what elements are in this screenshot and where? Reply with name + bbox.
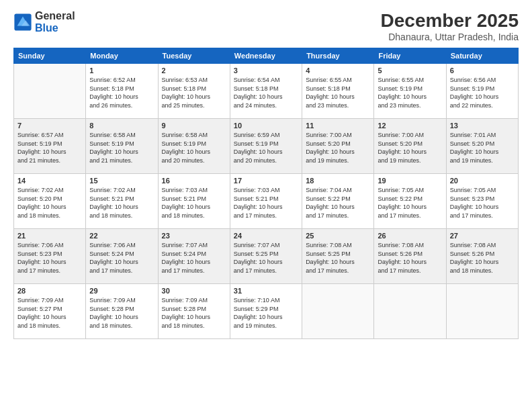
month-title: December 2025 — [381, 10, 519, 32]
table-row: 26Sunrise: 7:08 AM Sunset: 5:26 PM Dayli… — [374, 229, 446, 284]
col-thursday: Thursday — [302, 48, 374, 64]
title-section: December 2025 Dhanaura, Uttar Pradesh, I… — [381, 10, 519, 42]
day-info: Sunrise: 7:07 AM Sunset: 5:24 PM Dayligh… — [162, 241, 226, 275]
day-number: 14 — [17, 177, 82, 185]
day-number: 21 — [17, 232, 82, 240]
location-subtitle: Dhanaura, Uttar Pradesh, India — [381, 32, 519, 42]
table-row — [374, 284, 446, 339]
table-row: 19Sunrise: 7:05 AM Sunset: 5:22 PM Dayli… — [374, 174, 446, 229]
table-row: 27Sunrise: 7:08 AM Sunset: 5:26 PM Dayli… — [446, 229, 518, 284]
day-number: 20 — [450, 177, 515, 185]
day-number: 13 — [450, 122, 515, 130]
calendar-table: Sunday Monday Tuesday Wednesday Thursday… — [13, 48, 519, 339]
table-row: 7Sunrise: 6:57 AM Sunset: 5:19 PM Daylig… — [14, 119, 86, 174]
day-info: Sunrise: 7:09 AM Sunset: 5:28 PM Dayligh… — [162, 296, 226, 330]
day-info: Sunrise: 7:05 AM Sunset: 5:23 PM Dayligh… — [450, 186, 515, 220]
table-row: 22Sunrise: 7:06 AM Sunset: 5:24 PM Dayli… — [86, 229, 158, 284]
calendar-week-row: 28Sunrise: 7:09 AM Sunset: 5:27 PM Dayli… — [14, 284, 519, 339]
day-number: 17 — [234, 177, 298, 185]
col-monday: Monday — [86, 48, 158, 64]
day-info: Sunrise: 7:05 AM Sunset: 5:22 PM Dayligh… — [378, 186, 442, 220]
day-info: Sunrise: 7:06 AM Sunset: 5:24 PM Dayligh… — [89, 241, 154, 275]
day-number: 24 — [234, 232, 298, 240]
logo: General Blue — [13, 10, 75, 34]
day-info: Sunrise: 7:10 AM Sunset: 5:29 PM Dayligh… — [234, 296, 298, 330]
day-number: 4 — [306, 66, 370, 75]
table-row: 8Sunrise: 6:58 AM Sunset: 5:19 PM Daylig… — [86, 119, 158, 174]
day-info: Sunrise: 7:07 AM Sunset: 5:25 PM Dayligh… — [234, 241, 298, 275]
calendar-week-row: 7Sunrise: 6:57 AM Sunset: 5:19 PM Daylig… — [14, 119, 519, 174]
table-row: 10Sunrise: 6:59 AM Sunset: 5:19 PM Dayli… — [230, 119, 302, 174]
calendar-header-row: Sunday Monday Tuesday Wednesday Thursday… — [14, 48, 519, 64]
table-row: 14Sunrise: 7:02 AM Sunset: 5:20 PM Dayli… — [14, 174, 86, 229]
col-tuesday: Tuesday — [158, 48, 230, 64]
day-info: Sunrise: 6:55 AM Sunset: 5:18 PM Dayligh… — [306, 76, 370, 109]
day-number: 10 — [234, 122, 298, 130]
table-row: 30Sunrise: 7:09 AM Sunset: 5:28 PM Dayli… — [158, 284, 230, 339]
day-info: Sunrise: 7:00 AM Sunset: 5:20 PM Dayligh… — [306, 131, 370, 165]
table-row: 17Sunrise: 7:03 AM Sunset: 5:21 PM Dayli… — [230, 174, 302, 229]
logo-icon — [13, 13, 32, 32]
logo-text: General Blue — [35, 10, 75, 34]
day-number: 18 — [306, 177, 370, 185]
calendar-week-row: 14Sunrise: 7:02 AM Sunset: 5:20 PM Dayli… — [14, 174, 519, 229]
day-number: 28 — [17, 287, 82, 295]
table-row: 11Sunrise: 7:00 AM Sunset: 5:20 PM Dayli… — [302, 119, 374, 174]
day-info: Sunrise: 6:59 AM Sunset: 5:19 PM Dayligh… — [234, 131, 298, 165]
table-row: 20Sunrise: 7:05 AM Sunset: 5:23 PM Dayli… — [446, 174, 518, 229]
day-info: Sunrise: 7:03 AM Sunset: 5:21 PM Dayligh… — [162, 186, 226, 220]
day-info: Sunrise: 6:53 AM Sunset: 5:18 PM Dayligh… — [162, 76, 226, 109]
table-row: 25Sunrise: 7:08 AM Sunset: 5:25 PM Dayli… — [302, 229, 374, 284]
day-number: 11 — [306, 122, 370, 130]
logo-general-text: General — [35, 10, 75, 21]
day-info: Sunrise: 7:02 AM Sunset: 5:20 PM Dayligh… — [17, 186, 82, 220]
col-sunday: Sunday — [14, 48, 86, 64]
day-info: Sunrise: 6:55 AM Sunset: 5:19 PM Dayligh… — [378, 76, 442, 109]
table-row: 29Sunrise: 7:09 AM Sunset: 5:28 PM Dayli… — [86, 284, 158, 339]
day-number: 29 — [89, 287, 154, 295]
table-row: 3Sunrise: 6:54 AM Sunset: 5:18 PM Daylig… — [230, 64, 302, 119]
table-row: 24Sunrise: 7:07 AM Sunset: 5:25 PM Dayli… — [230, 229, 302, 284]
calendar-week-row: 1Sunrise: 6:52 AM Sunset: 5:18 PM Daylig… — [14, 64, 519, 119]
day-number: 9 — [162, 122, 226, 130]
day-info: Sunrise: 7:02 AM Sunset: 5:21 PM Dayligh… — [89, 186, 154, 220]
day-info: Sunrise: 6:52 AM Sunset: 5:18 PM Dayligh… — [89, 76, 154, 109]
day-number: 15 — [89, 177, 154, 185]
day-number: 27 — [450, 232, 515, 240]
day-info: Sunrise: 6:58 AM Sunset: 5:19 PM Dayligh… — [162, 131, 226, 165]
table-row: 9Sunrise: 6:58 AM Sunset: 5:19 PM Daylig… — [158, 119, 230, 174]
table-row: 15Sunrise: 7:02 AM Sunset: 5:21 PM Dayli… — [86, 174, 158, 229]
day-number: 2 — [162, 66, 226, 75]
day-number: 22 — [89, 232, 154, 240]
table-row: 31Sunrise: 7:10 AM Sunset: 5:29 PM Dayli… — [230, 284, 302, 339]
col-saturday: Saturday — [446, 48, 518, 64]
page: General Blue December 2025 Dhanaura, Utt… — [0, 0, 532, 411]
table-row: 18Sunrise: 7:04 AM Sunset: 5:22 PM Dayli… — [302, 174, 374, 229]
day-number: 31 — [234, 287, 298, 295]
day-number: 3 — [234, 66, 298, 75]
table-row: 28Sunrise: 7:09 AM Sunset: 5:27 PM Dayli… — [14, 284, 86, 339]
header: General Blue December 2025 Dhanaura, Utt… — [13, 10, 519, 42]
day-info: Sunrise: 7:03 AM Sunset: 5:21 PM Dayligh… — [234, 186, 298, 220]
day-info: Sunrise: 7:08 AM Sunset: 5:26 PM Dayligh… — [450, 241, 515, 275]
table-row: 21Sunrise: 7:06 AM Sunset: 5:23 PM Dayli… — [14, 229, 86, 284]
col-wednesday: Wednesday — [230, 48, 302, 64]
day-info: Sunrise: 7:08 AM Sunset: 5:26 PM Dayligh… — [378, 241, 442, 275]
table-row: 13Sunrise: 7:01 AM Sunset: 5:20 PM Dayli… — [446, 119, 518, 174]
day-info: Sunrise: 7:09 AM Sunset: 5:27 PM Dayligh… — [17, 296, 82, 330]
day-info: Sunrise: 6:54 AM Sunset: 5:18 PM Dayligh… — [234, 76, 298, 109]
logo-blue-text: Blue — [35, 22, 58, 34]
table-row: 1Sunrise: 6:52 AM Sunset: 5:18 PM Daylig… — [86, 64, 158, 119]
day-number: 8 — [89, 122, 154, 130]
day-info: Sunrise: 6:57 AM Sunset: 5:19 PM Dayligh… — [17, 131, 82, 165]
table-row: 2Sunrise: 6:53 AM Sunset: 5:18 PM Daylig… — [158, 64, 230, 119]
day-number: 1 — [89, 66, 154, 75]
day-info: Sunrise: 7:01 AM Sunset: 5:20 PM Dayligh… — [450, 131, 515, 165]
day-number: 23 — [162, 232, 226, 240]
table-row: 12Sunrise: 7:00 AM Sunset: 5:20 PM Dayli… — [374, 119, 446, 174]
day-info: Sunrise: 6:58 AM Sunset: 5:19 PM Dayligh… — [89, 131, 154, 165]
calendar-week-row: 21Sunrise: 7:06 AM Sunset: 5:23 PM Dayli… — [14, 229, 519, 284]
day-number: 19 — [378, 177, 442, 185]
day-number: 7 — [17, 122, 82, 130]
day-info: Sunrise: 7:06 AM Sunset: 5:23 PM Dayligh… — [17, 241, 82, 275]
